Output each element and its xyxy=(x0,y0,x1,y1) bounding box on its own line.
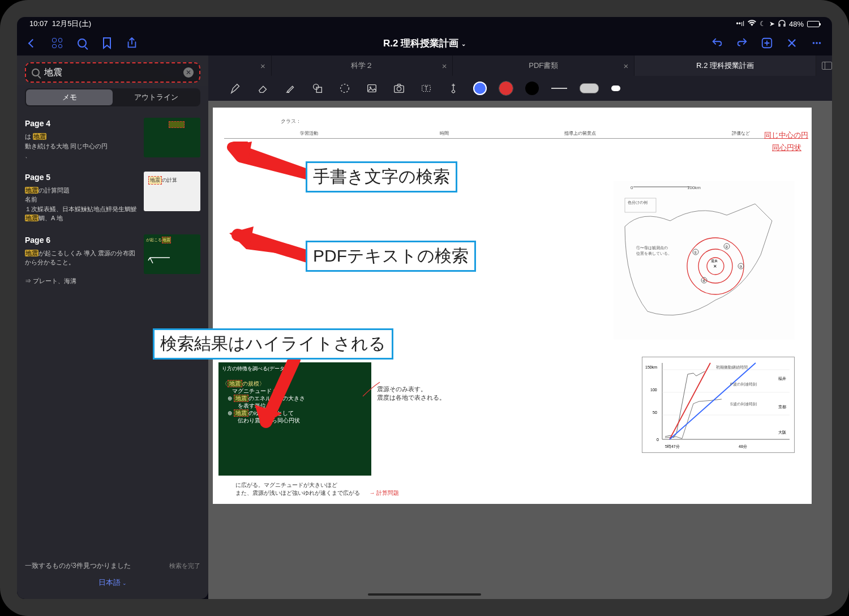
tab-science2[interactable]: 科学２× xyxy=(272,55,453,76)
handwriting-notes: 震源そのみ表す。 震度は各地で表される。 xyxy=(377,385,445,403)
highlight-match: 地震 xyxy=(234,395,248,402)
arrow-icon xyxy=(255,357,311,430)
tab-pdf[interactable]: PDF書類× xyxy=(453,55,634,76)
thumbnails-button[interactable] xyxy=(51,37,63,49)
color-blue[interactable] xyxy=(473,82,487,95)
svg-text:京都: 京都 xyxy=(778,405,786,409)
svg-text:大阪: 大阪 xyxy=(778,430,786,434)
close-button[interactable] xyxy=(786,37,798,49)
stroke-thick[interactable] xyxy=(580,83,599,93)
lasso-tool[interactable] xyxy=(337,81,352,96)
moon-icon: ☾ xyxy=(760,20,766,28)
close-icon[interactable]: × xyxy=(442,61,447,71)
search-input[interactable] xyxy=(44,67,179,78)
image-tool[interactable] xyxy=(365,81,379,96)
svg-text:T: T xyxy=(424,85,428,92)
svg-text:48分: 48分 xyxy=(739,444,747,448)
highlighter-tool[interactable] xyxy=(283,81,298,96)
svg-text:①: ① xyxy=(694,251,697,254)
svg-point-2 xyxy=(816,42,818,44)
ruler-tool[interactable] xyxy=(446,81,461,96)
annotation-handwriting: 手書き文字の検索 xyxy=(306,161,457,192)
search-button[interactable] xyxy=(76,37,88,49)
svg-text:150km: 150km xyxy=(645,365,657,369)
search-input-container: ✕ xyxy=(25,62,200,83)
svg-text:0: 0 xyxy=(657,438,659,442)
share-button[interactable] xyxy=(126,37,138,49)
svg-rect-5 xyxy=(316,87,321,92)
close-icon[interactable]: × xyxy=(623,61,628,71)
svg-text:震央: 震央 xyxy=(711,259,718,263)
svg-text:③: ③ xyxy=(739,265,742,268)
doc-col-guidance: 指導上の留意点 xyxy=(495,130,664,136)
stroke-thin[interactable] xyxy=(551,88,567,89)
split-view-icon[interactable] xyxy=(822,62,832,70)
more-button[interactable] xyxy=(811,37,823,49)
status-time: 10:07 xyxy=(29,19,48,28)
handwriting-bottom: に広がる。マグニチュードが大きいほど また、震源が浅いほど強いゆれが遠くまで広が… xyxy=(235,481,399,497)
svg-text:①〜⑨は観測点の: ①〜⑨は観測点の xyxy=(636,246,668,250)
svg-text:100: 100 xyxy=(650,388,657,392)
undo-button[interactable] xyxy=(711,37,723,49)
svg-text:②: ② xyxy=(725,245,728,249)
headphones-icon xyxy=(778,20,786,28)
svg-text:P波の到達時刻: P波の到達時刻 xyxy=(730,382,757,386)
arrow-icon xyxy=(226,226,317,266)
clear-search-button[interactable]: ✕ xyxy=(183,67,194,78)
seismic-graph: 150km 100 50 0 5時47分 48分 初期微動継続時間 xyxy=(642,357,795,453)
result-page-label: Page 5 xyxy=(25,172,138,183)
search-result-1[interactable]: Page 4 は 地震 動き続ける大地 同じ中心の円 、 xyxy=(25,112,200,166)
annotation-pdf-text: PDFテキストの検索 xyxy=(306,241,476,272)
text-tool[interactable]: T xyxy=(419,81,434,96)
add-button[interactable] xyxy=(761,37,773,49)
svg-text:50: 50 xyxy=(653,410,657,414)
tab-lesson-plan[interactable]: R.2 理科授業計画 xyxy=(634,55,816,76)
color-red[interactable] xyxy=(499,82,513,95)
handwriting-circle2: 同心円状 xyxy=(772,143,801,153)
svg-text:✕: ✕ xyxy=(713,264,717,269)
svg-text:初期微動継続時間: 初期微動継続時間 xyxy=(716,365,748,370)
svg-text:位置を表している。: 位置を表している。 xyxy=(636,251,672,256)
tab-label: 科学２ xyxy=(351,61,373,71)
signal-icon: ••ıl xyxy=(736,20,744,28)
status-date: 12月5日(土) xyxy=(52,19,91,28)
battery-icon xyxy=(807,21,820,27)
svg-text:0: 0 xyxy=(631,185,633,190)
svg-text:福井: 福井 xyxy=(778,377,786,380)
search-result-3[interactable]: Page 6 地震が起こるしくみ 導入 震源の分布図から分かること。 ⇒ プレー… xyxy=(25,229,200,292)
svg-point-6 xyxy=(341,84,349,93)
camera-tool[interactable] xyxy=(392,81,406,96)
seg-outline[interactable]: アウトライン xyxy=(113,89,199,105)
pen-tool[interactable] xyxy=(229,81,243,96)
result-thumbnail: が起こる地震 xyxy=(144,234,200,274)
document-title[interactable]: R.2 理科授業計画 xyxy=(383,38,458,49)
seg-memo[interactable]: メモ xyxy=(26,89,113,105)
eraser-size[interactable] xyxy=(611,85,620,91)
arrow-icon xyxy=(226,142,317,187)
svg-text:5時47分: 5時47分 xyxy=(665,444,680,448)
shape-tool[interactable] xyxy=(310,81,325,96)
search-complete-button[interactable]: 検索を完了 xyxy=(169,562,200,570)
svg-point-10 xyxy=(397,87,401,91)
color-black[interactable] xyxy=(525,82,539,95)
search-language-select[interactable]: 日本語 ⌄ xyxy=(25,573,200,592)
location-icon: ➤ xyxy=(769,20,775,28)
bookmark-button[interactable] xyxy=(101,37,113,49)
search-footer: 一致するものが3件見つかりました 検索を完了 xyxy=(25,555,200,573)
tab-label: R.2 理科授業計画 xyxy=(696,61,754,71)
battery-percent: 48% xyxy=(789,20,804,28)
result-thumbnail xyxy=(144,118,200,157)
svg-text:色分けの例: 色分けの例 xyxy=(628,200,648,205)
home-indicator[interactable] xyxy=(368,593,481,596)
svg-point-1 xyxy=(813,42,815,44)
svg-text:S波の到達時刻: S波の到達時刻 xyxy=(730,402,757,406)
wifi-icon xyxy=(748,20,756,28)
doc-class-label: クラス： xyxy=(281,118,301,125)
doc-col-time: 時間 xyxy=(410,130,478,136)
search-result-2[interactable]: Page 5 地震の計算問題 名前 １次鰈表鱶、日本鰈鰊鮎地点鱆発生鯛鯲地震鯛、… xyxy=(25,166,200,229)
eraser-tool[interactable] xyxy=(256,81,271,96)
search-panel: ✕ メモ アウトライン Page 4 は 地震 動き続ける大地 同じ中心の円 、 xyxy=(17,55,208,599)
back-button[interactable] xyxy=(26,37,38,49)
redo-button[interactable] xyxy=(736,37,748,49)
close-icon[interactable]: × xyxy=(260,61,265,71)
